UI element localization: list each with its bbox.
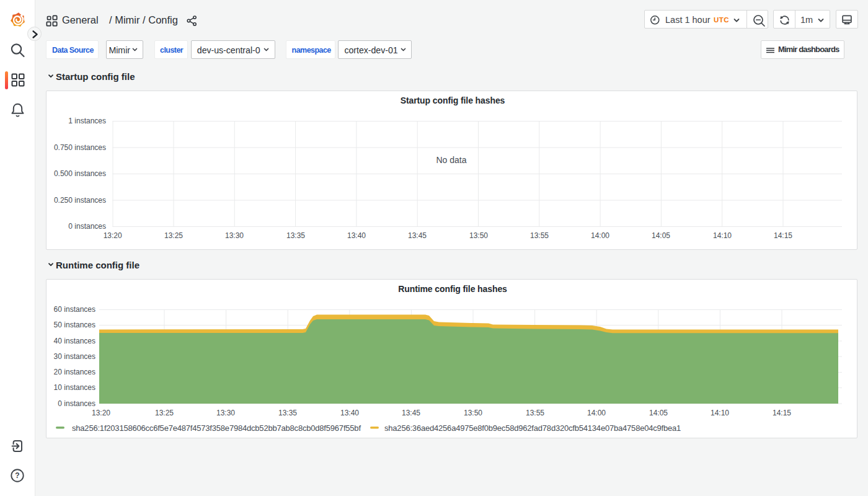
svg-text:10 instances: 10 instances [54,383,95,392]
svg-text:sha256:1f203158606cc6f5e7e487f: sha256:1f203158606cc6f5e7e487f4573f358e7… [72,423,361,433]
svg-text:14:05: 14:05 [652,231,670,240]
svg-text:Runtime config file hashes: Runtime config file hashes [398,284,507,294]
svg-text:13:50: 13:50 [469,231,488,240]
svg-text:?: ? [15,471,19,480]
svg-text:1 instances: 1 instances [68,117,106,125]
svg-text:0.250 instances: 0.250 instances [54,196,106,205]
svg-text:13:55: 13:55 [526,409,544,417]
svg-text:13:30: 13:30 [216,409,235,417]
svg-text:60 instances: 60 instances [54,305,95,314]
svg-text:13:40: 13:40 [340,409,359,417]
svg-text:14:10: 14:10 [713,231,732,240]
svg-text:sha256:36aed4256a4975e8f0b9ec5: sha256:36aed4256a4975e8f0b9ec58d962fad78… [384,423,681,433]
svg-text:13:20: 13:20 [104,231,122,240]
svg-text:13:20: 13:20 [92,409,110,417]
svg-text:13:55: 13:55 [530,231,549,240]
svg-text:0.500 instances: 0.500 instances [54,169,106,178]
svg-text:No data: No data [436,155,466,165]
svg-text:Startup config file hashes: Startup config file hashes [401,95,505,105]
svg-text:20 instances: 20 instances [54,368,95,376]
svg-text:50 instances: 50 instances [54,321,95,329]
svg-text:14:10: 14:10 [711,409,729,417]
svg-text:14:05: 14:05 [649,409,668,417]
svg-text:0.750 instances: 0.750 instances [54,143,106,152]
svg-text:30 instances: 30 instances [54,352,95,361]
svg-text:13:45: 13:45 [408,231,427,240]
svg-text:0 instances: 0 instances [68,222,106,231]
svg-text:13:30: 13:30 [225,231,244,240]
svg-text:14:15: 14:15 [773,409,791,417]
svg-text:0 instances: 0 instances [58,399,95,408]
svg-text:13:50: 13:50 [464,409,482,417]
svg-text:13:25: 13:25 [155,409,174,417]
svg-text:13:35: 13:35 [286,231,305,240]
svg-text:13:25: 13:25 [164,231,183,240]
svg-text:14:15: 14:15 [774,231,792,240]
svg-text:14:00: 14:00 [591,231,609,240]
svg-text:13:45: 13:45 [402,409,420,417]
svg-text:13:40: 13:40 [347,231,366,240]
svg-text:13:35: 13:35 [278,409,297,417]
svg-text:14:00: 14:00 [587,409,606,417]
svg-text:40 instances: 40 instances [54,337,95,345]
